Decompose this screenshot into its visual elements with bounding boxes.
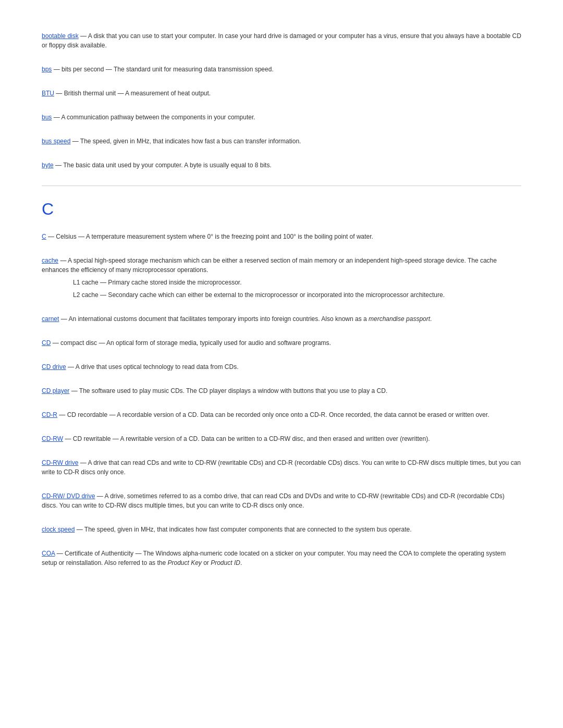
term-cd-r[interactable]: CD-R xyxy=(42,411,57,418)
term-block-btu: BTU — British thermal unit — A measureme… xyxy=(42,89,521,98)
term-bootable-disk[interactable]: bootable disk xyxy=(42,32,79,40)
term-cache[interactable]: cache xyxy=(42,257,58,264)
term-line-bus-speed: bus speed — The speed, given in MHz, tha… xyxy=(42,137,521,146)
term-block-coa: COA — Certificate of Authenticity — The … xyxy=(42,549,521,567)
term-bus-speed[interactable]: bus speed xyxy=(42,138,70,145)
term-block-bus: bus — A communication pathway between th… xyxy=(42,113,521,122)
term-block-cd: CD — compact disc — An optical form of s… xyxy=(42,338,521,348)
dash-btu: — xyxy=(56,90,64,97)
def-byte: The basic data unit used by your compute… xyxy=(63,162,272,169)
def-cd-rw-drive: A drive that can read CDs and write to C… xyxy=(42,459,521,476)
def-cd-drive: A drive that uses optical technology to … xyxy=(76,363,239,371)
def-celsius: Celsius — A temperature measurement syst… xyxy=(56,233,373,240)
dash-cd-rw-dvd-drive: — xyxy=(97,492,105,500)
term-block-carnet: carnet — An international customs docume… xyxy=(42,314,521,324)
term-line-celsius: C — Celsius — A temperature measurement … xyxy=(42,232,521,241)
def-btu: British thermal unit — A measurement of … xyxy=(64,90,211,97)
term-bus[interactable]: bus xyxy=(42,114,52,121)
def-cd-r: CD recordable — A recordable version of … xyxy=(67,411,489,418)
italic-product-key: Product Key xyxy=(167,559,201,566)
term-coa[interactable]: COA xyxy=(42,550,55,557)
term-line-cd-drive: CD drive — A drive that uses optical tec… xyxy=(42,362,521,372)
term-block-cd-rw-dvd-drive: CD-RW/ DVD drive — A drive, sometimes re… xyxy=(42,491,521,510)
term-block-cd-player: CD player — The software used to play mu… xyxy=(42,386,521,396)
term-line-cd: CD — compact disc — An optical form of s… xyxy=(42,338,521,348)
def-cd-player: The software used to play music CDs. The… xyxy=(79,387,387,394)
dash-cd: — xyxy=(53,339,60,347)
dash-cd-player: — xyxy=(71,387,79,394)
dash-bootable-disk: — xyxy=(80,32,88,40)
def-carnet: An international customs document that f… xyxy=(68,315,432,323)
term-line-cd-rw: CD-RW — CD rewritable — A rewritable ver… xyxy=(42,434,521,443)
term-block-bus-speed: bus speed — The speed, given in MHz, tha… xyxy=(42,137,521,146)
term-btu[interactable]: BTU xyxy=(42,90,54,97)
dash-cd-rw: — xyxy=(65,435,72,442)
dash-celsius: — xyxy=(48,233,56,240)
def-bps: bits per second — The standard unit for … xyxy=(62,66,274,73)
term-line-bus: bus — A communication pathway between th… xyxy=(42,113,521,122)
term-line-bps: bps — bits per second — The standard uni… xyxy=(42,65,521,74)
b-section: bootable disk — A disk that you can use … xyxy=(42,31,521,170)
term-line-byte: byte — The basic data unit used by your … xyxy=(42,161,521,170)
def-clock-speed: The speed, given in MHz, that indicates … xyxy=(84,526,412,533)
def-cd-rw: CD rewritable — A rewritable version of … xyxy=(73,435,430,442)
dash-byte: — xyxy=(55,162,63,169)
def-bus-speed: The speed, given in MHz, that indicates … xyxy=(80,138,301,145)
term-line-btu: BTU — British thermal unit — A measureme… xyxy=(42,89,521,98)
term-line-cd-r: CD-R — CD recordable — A recordable vers… xyxy=(42,410,521,419)
term-line-coa: COA — Certificate of Authenticity — The … xyxy=(42,549,521,567)
dash-cd-r: — xyxy=(59,411,67,418)
term-block-cd-rw-drive: CD-RW drive — A drive that can read CDs … xyxy=(42,458,521,477)
dash-cache: — xyxy=(60,257,68,264)
term-line-cd-rw-dvd-drive: CD-RW/ DVD drive — A drive, sometimes re… xyxy=(42,491,521,510)
dash-coa: — xyxy=(57,550,65,557)
term-line-cd-player: CD player — The software used to play mu… xyxy=(42,386,521,396)
section-letter-c: C xyxy=(42,196,521,221)
c-section: C — Celsius — A temperature measurement … xyxy=(42,232,521,567)
term-block-cd-rw: CD-RW — CD rewritable — A rewritable ver… xyxy=(42,434,521,443)
term-cd[interactable]: CD xyxy=(42,339,51,347)
def-coa: Certificate of Authenticity — The Window… xyxy=(42,550,506,566)
dash-cd-drive: — xyxy=(68,363,76,371)
dash-cd-rw-drive: — xyxy=(80,459,88,466)
term-cd-drive[interactable]: CD drive xyxy=(42,363,66,371)
term-cd-rw-drive[interactable]: CD-RW drive xyxy=(42,459,78,466)
term-line-carnet: carnet — An international customs docume… xyxy=(42,314,521,324)
term-block-clock-speed: clock speed — The speed, given in MHz, t… xyxy=(42,525,521,534)
term-cd-player[interactable]: CD player xyxy=(42,387,69,394)
term-block-byte: byte — The basic data unit used by your … xyxy=(42,161,521,170)
dash-bus: — xyxy=(54,114,62,121)
term-line-clock-speed: clock speed — The speed, given in MHz, t… xyxy=(42,525,521,534)
term-block-cache: cache — A special high-speed storage mec… xyxy=(42,256,521,300)
term-block-cd-r: CD-R — CD recordable — A recordable vers… xyxy=(42,410,521,419)
def-cache: A special high-speed storage mechanism w… xyxy=(42,257,497,274)
def-cd-rw-dvd-drive: A drive, sometimes referred to as a comb… xyxy=(42,492,505,509)
cache-sub-l2: L2 cache — Secondary cache which can eit… xyxy=(73,290,521,300)
term-cd-rw-dvd-drive[interactable]: CD-RW/ DVD drive xyxy=(42,492,95,500)
italic-merchandise-passport: merchandise passport xyxy=(369,315,430,323)
def-bootable-disk: A disk that you can use to start your co… xyxy=(42,32,521,49)
def-cd: compact disc — An optical form of storag… xyxy=(60,339,331,347)
term-byte[interactable]: byte xyxy=(42,162,54,169)
cache-sub-l1: L1 cache — Primary cache stored inside t… xyxy=(73,278,521,287)
dash-bps: — xyxy=(54,66,62,73)
term-block-celsius: C — Celsius — A temperature measurement … xyxy=(42,232,521,241)
section-divider-c xyxy=(42,186,521,186)
term-line-cd-rw-drive: CD-RW drive — A drive that can read CDs … xyxy=(42,458,521,477)
term-line-bootable-disk: bootable disk — A disk that you can use … xyxy=(42,31,521,50)
term-block-cd-drive: CD drive — A drive that uses optical tec… xyxy=(42,362,521,372)
term-block-bps: bps — bits per second — The standard uni… xyxy=(42,65,521,74)
term-celsius[interactable]: C xyxy=(42,233,46,240)
term-block-bootable-disk: bootable disk — A disk that you can use … xyxy=(42,31,521,50)
term-line-cache: cache — A special high-speed storage mec… xyxy=(42,256,521,275)
term-bps[interactable]: bps xyxy=(42,66,52,73)
def-bus: A communication pathway between the comp… xyxy=(61,114,255,121)
dash-carnet: — xyxy=(61,315,69,323)
term-clock-speed[interactable]: clock speed xyxy=(42,526,75,533)
italic-product-id: Product ID xyxy=(211,559,240,566)
dash-bus-speed: — xyxy=(72,138,80,145)
dash-clock-speed: — xyxy=(77,526,84,533)
term-carnet[interactable]: carnet xyxy=(42,315,59,323)
term-cd-rw[interactable]: CD-RW xyxy=(42,435,63,442)
